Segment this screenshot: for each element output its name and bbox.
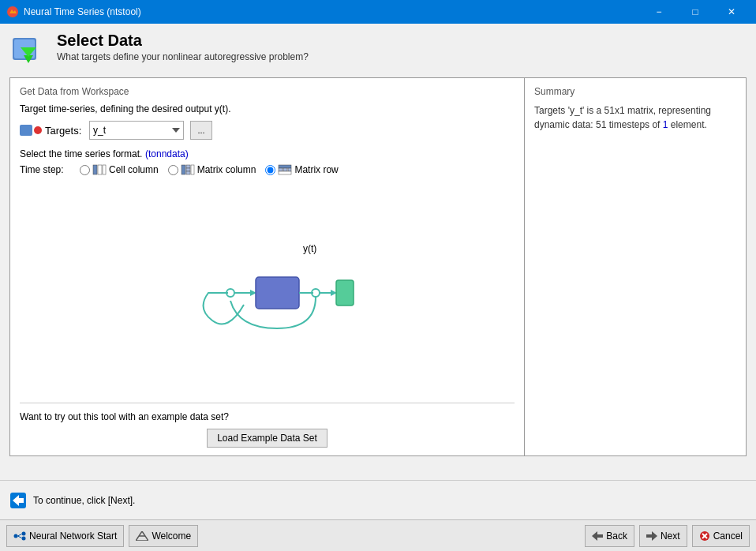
next-button[interactable]: Next xyxy=(639,525,687,547)
matlab-icon xyxy=(6,6,19,18)
svg-rect-8 xyxy=(182,165,185,174)
left-panel: Get Data from Workspace Target time-seri… xyxy=(10,78,525,455)
matrix-row-icon xyxy=(278,164,292,175)
titlebar-controls: − □ ✕ xyxy=(641,0,750,24)
browse-button[interactable]: ... xyxy=(190,121,212,140)
welcome-icon xyxy=(136,531,148,541)
bottom-bar: To continue, click [Next]. xyxy=(0,480,756,519)
radio-matrix-column[interactable]: Matrix column xyxy=(168,164,256,175)
targets-dropdown[interactable]: y_t xyxy=(89,121,184,140)
svg-rect-5 xyxy=(93,165,97,174)
welcome-button[interactable]: Welcome xyxy=(129,525,198,547)
summary-text: Targets 'y_t' is a 51x1 matrix, represen… xyxy=(534,103,736,132)
targets-label: Targets: xyxy=(20,125,83,137)
svg-rect-13 xyxy=(279,165,291,168)
diagram-label: y(t) xyxy=(303,243,316,254)
svg-point-31 xyxy=(22,531,26,535)
neural-network-start-button[interactable]: Neural Network Start xyxy=(6,525,124,547)
targets-row: Targets: y_t ... xyxy=(20,121,515,140)
summary-title: Summary xyxy=(534,86,736,97)
close-button[interactable]: ✕ xyxy=(713,0,750,24)
svg-rect-11 xyxy=(186,171,190,174)
page-title: Select Data xyxy=(57,32,309,50)
info-arrow-icon xyxy=(9,492,27,509)
header-section: Select Data What targets define your non… xyxy=(9,32,747,69)
svg-rect-10 xyxy=(186,168,190,171)
svg-rect-15 xyxy=(283,168,287,171)
radio-group: Cell column Matrix column xyxy=(80,164,339,175)
svg-rect-12 xyxy=(191,165,194,174)
section-title: Get Data from Workspace xyxy=(20,86,515,97)
cancel-label: Cancel xyxy=(713,530,743,542)
network-diagram: y(t) xyxy=(181,238,354,340)
minimize-button[interactable]: − xyxy=(641,0,677,24)
format-row: Select the time series format. (tonndata… xyxy=(20,148,515,159)
next-label: Next xyxy=(661,530,680,542)
svg-point-32 xyxy=(22,536,26,540)
radio-cell-column[interactable]: Cell column xyxy=(80,164,159,175)
cell-column-label: Cell column xyxy=(109,164,159,175)
radio-matrix-column-input[interactable] xyxy=(168,165,178,175)
svg-marker-37 xyxy=(592,531,603,541)
svg-point-30 xyxy=(14,534,18,538)
back-button[interactable]: Back xyxy=(585,525,634,547)
page-subtitle: What targets define your nonlinear autor… xyxy=(57,51,309,62)
continue-text: To continue, click [Next]. xyxy=(33,495,747,506)
cancel-icon xyxy=(699,530,710,542)
target-description: Target time-series, defining the desired… xyxy=(20,103,515,114)
example-section: Want to try out this tool with an exampl… xyxy=(20,403,515,448)
targets-icon-container xyxy=(20,125,42,136)
titlebar-left: Neural Time Series (ntstool) xyxy=(6,6,141,18)
svg-rect-6 xyxy=(98,165,102,174)
format-label: Select the time series format. xyxy=(20,148,142,159)
back-label: Back xyxy=(606,530,627,542)
svg-rect-22 xyxy=(256,277,299,309)
cell-column-icon xyxy=(92,164,107,175)
next-icon xyxy=(646,531,657,541)
select-data-icon xyxy=(9,32,47,69)
targets-text: Targets: xyxy=(45,125,81,137)
welcome-label: Welcome xyxy=(152,530,191,542)
radio-cell-column-input[interactable] xyxy=(80,165,90,175)
svg-rect-16 xyxy=(288,168,291,171)
cancel-button[interactable]: Cancel xyxy=(692,525,750,547)
rec-icon xyxy=(34,126,42,134)
back-icon xyxy=(592,531,603,541)
maximize-button[interactable]: □ xyxy=(677,0,713,24)
svg-rect-14 xyxy=(279,168,283,171)
svg-line-33 xyxy=(18,534,22,536)
radio-matrix-row[interactable]: Matrix row xyxy=(265,164,338,175)
svg-rect-9 xyxy=(186,165,190,168)
timestep-row: Time step: Cell column xyxy=(20,164,515,175)
svg-rect-17 xyxy=(279,171,291,174)
footer-bar: Neural Network Start Welcome Back Next C… xyxy=(0,519,756,551)
matrix-column-label: Matrix column xyxy=(197,164,256,175)
svg-rect-27 xyxy=(336,280,354,305)
header-text: Select Data What targets define your non… xyxy=(57,32,309,62)
titlebar: Neural Time Series (ntstool) − □ ✕ xyxy=(0,0,756,24)
example-text: Want to try out this tool with an exampl… xyxy=(20,411,515,422)
titlebar-title: Neural Time Series (ntstool) xyxy=(24,6,141,17)
diagram-area: y(t) xyxy=(20,175,515,403)
matrix-row-label: Matrix row xyxy=(294,164,338,175)
svg-marker-38 xyxy=(646,531,657,541)
radio-matrix-row-input[interactable] xyxy=(265,165,275,175)
format-link[interactable]: (tonndata) xyxy=(145,148,189,159)
main-area: Select Data What targets define your non… xyxy=(0,24,756,480)
highlight-number: 1 xyxy=(663,119,668,130)
right-panel: Summary Targets 'y_t' is a 51x1 matrix, … xyxy=(525,78,746,455)
neural-network-start-label: Neural Network Start xyxy=(29,530,117,542)
neural-start-icon xyxy=(13,530,26,542)
load-example-button[interactable]: Load Example Data Set xyxy=(207,429,327,448)
timestep-label: Time step: xyxy=(20,164,75,175)
svg-line-34 xyxy=(18,536,22,538)
svg-rect-7 xyxy=(103,165,106,174)
matrix-column-icon xyxy=(181,164,195,175)
content-area: Get Data from Workspace Target time-seri… xyxy=(9,77,747,456)
db-icon xyxy=(20,125,32,136)
